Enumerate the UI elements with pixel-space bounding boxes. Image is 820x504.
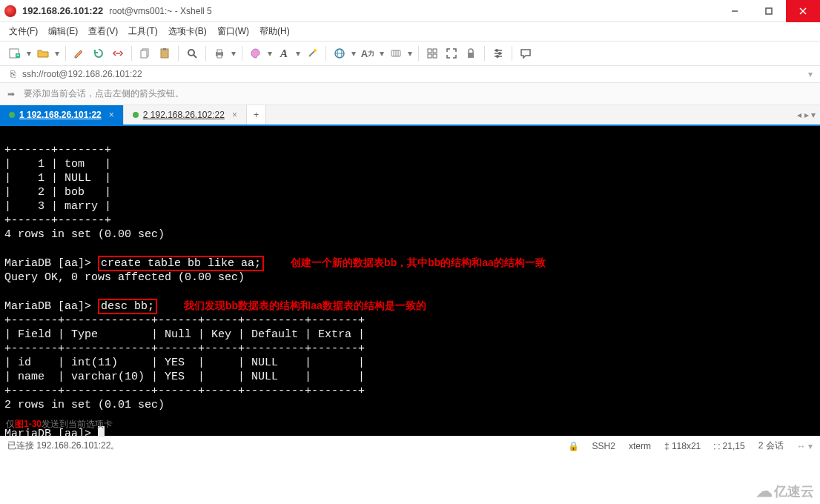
print-dropdown[interactable]: ▾	[230, 48, 237, 59]
address-dropdown[interactable]: ▾	[808, 69, 813, 79]
hint-text: 要添加当前会话，点击左侧的箭头按钮。	[24, 87, 184, 100]
status-cursor-pos: ⸬ 21,15	[714, 441, 744, 451]
svg-rect-8	[141, 50, 147, 58]
copy-icon[interactable]	[136, 44, 154, 62]
svg-point-11	[188, 50, 194, 56]
session-tab-1[interactable]: 1 192.168.26.101:22 ×	[0, 105, 124, 125]
svg-rect-14	[217, 50, 222, 53]
window-title-host: 192.168.26.101:22	[22, 5, 103, 16]
sliders-icon[interactable]	[489, 44, 507, 62]
status-sessions: 2 会话	[758, 440, 784, 452]
keymap-icon[interactable]: A力	[359, 44, 377, 62]
annotation-2: 我们发现bb数据表的结构和aa数据表的结构是一致的	[184, 299, 426, 311]
minimize-button[interactable]	[718, 0, 752, 22]
add-session-arrow-icon[interactable]: ➡	[7, 89, 18, 99]
term-line: +-------+-------------+------+-----+----…	[4, 314, 365, 327]
tab-1-close-icon[interactable]: ×	[109, 110, 114, 120]
help-bubble-icon[interactable]	[517, 44, 535, 62]
svg-rect-27	[428, 54, 432, 58]
search-icon[interactable]	[183, 44, 201, 62]
menu-help[interactable]: 帮助(H)	[259, 25, 290, 38]
menu-edit[interactable]: 编辑(E)	[48, 25, 78, 38]
annotation-1: 创建一个新的数据表bb，其中bb的结构和aa的结构一致	[291, 256, 546, 268]
close-button[interactable]	[786, 0, 820, 22]
status-termtype: xterm	[629, 441, 651, 451]
terminal[interactable]: +------+-------+ | 1 | tom | | 1 | NULL …	[0, 126, 820, 436]
edit-icon[interactable]	[70, 44, 88, 62]
font-dropdown[interactable]: ▾	[294, 48, 302, 59]
wand-icon[interactable]	[303, 44, 321, 62]
link-icon[interactable]: ⎘	[7, 69, 18, 79]
titlebar: 192.168.26.101:22 root@vms001:~ - Xshell…	[0, 0, 820, 22]
cloud-icon: ☁	[756, 482, 773, 501]
menubar: 文件(F) 编辑(E) 查看(V) 工具(T) 选项卡(B) 窗口(W) 帮助(…	[0, 22, 820, 42]
status-nav-right[interactable]: ↔ ▾	[797, 441, 813, 451]
watermark-text: 亿速云	[774, 483, 814, 500]
menu-window[interactable]: 窗口(W)	[217, 25, 249, 38]
menu-tabs[interactable]: 选项卡(B)	[168, 25, 207, 38]
hintbar: ➡ 要添加当前会话，点击左侧的箭头按钮。	[0, 83, 820, 105]
term-line: | 2 | bob |	[4, 186, 111, 199]
svg-point-17	[314, 49, 317, 52]
svg-rect-26	[433, 49, 437, 53]
maximize-button[interactable]	[752, 0, 786, 22]
term-line: | 1 | NULL |	[4, 172, 111, 185]
addressbar: ⎘ ssh://root@192.168.26.101:22 ▾	[0, 66, 820, 83]
palette-icon[interactable]	[247, 44, 265, 62]
status-dot-icon	[133, 112, 139, 118]
svg-rect-25	[428, 49, 432, 53]
palette-dropdown[interactable]: ▾	[266, 48, 274, 59]
globe-dropdown[interactable]: ▾	[350, 48, 357, 59]
svg-rect-1	[766, 8, 772, 14]
open-dropdown[interactable]: ▾	[53, 48, 61, 59]
tab-nav-arrows[interactable]: ◂ ▸ ▾	[797, 105, 816, 125]
window-title-sub: root@vms001:~ - Xshell 5	[109, 6, 212, 16]
menu-file[interactable]: 文件(F)	[9, 25, 38, 38]
svg-line-12	[194, 55, 196, 58]
new-tab-button[interactable]: +	[247, 105, 266, 125]
statusbar: 已连接 192.168.26.101:22。 🔒 SSH2 xterm ‡ 11…	[0, 436, 820, 455]
term-prompt: MariaDB [aa]>	[4, 257, 98, 270]
menu-view[interactable]: 查看(V)	[88, 25, 118, 38]
print-icon[interactable]	[211, 44, 228, 62]
address-url[interactable]: ssh://root@192.168.26.101:22	[22, 69, 804, 79]
status-lock-icon: 🔒	[568, 441, 579, 451]
font-icon[interactable]: A	[275, 44, 293, 62]
paste-icon[interactable]	[156, 44, 173, 62]
tabbar: 1 192.168.26.101:22 × 2 192.168.26.102:2…	[0, 105, 820, 126]
session-tab-2[interactable]: 2 192.168.26.102:22 ×	[124, 105, 247, 125]
svg-point-33	[498, 52, 501, 55]
term-line: +------+-------+	[4, 214, 111, 227]
svg-rect-28	[433, 54, 437, 58]
grid-icon[interactable]	[423, 44, 441, 62]
term-cmd-highlight: desc bb;	[98, 299, 157, 314]
term-line: | 1 | tom |	[4, 158, 111, 170]
watermark: ☁ 亿速云	[756, 482, 814, 501]
svg-rect-10	[163, 48, 166, 50]
menu-tools[interactable]: 工具(T)	[128, 25, 157, 38]
disconnect-icon[interactable]	[109, 44, 127, 62]
tab-2-label: 2 192.168.26.102:22	[143, 110, 225, 120]
term-cmd-highlight: create table bb like aa;	[98, 256, 264, 271]
svg-point-31	[495, 49, 498, 52]
new-session-icon[interactable]: +	[6, 44, 24, 62]
globe-icon[interactable]	[331, 44, 348, 62]
term-line: | Field | Type | Null | Key | Default | …	[4, 328, 365, 341]
open-icon[interactable]	[34, 44, 52, 62]
svg-rect-15	[217, 55, 222, 58]
figure-label: 图1-30	[15, 419, 42, 429]
term-line: +-------+-------------+------+-----+----…	[4, 342, 365, 355]
status-dot-icon	[9, 112, 15, 118]
reconnect-icon[interactable]	[90, 44, 108, 62]
toolbar: + ▾ ▾ ▾ ▾ A ▾ ▾ A力 ▾ ▾	[0, 42, 820, 66]
keymap-dropdown[interactable]: ▾	[378, 48, 386, 59]
new-session-dropdown[interactable]: ▾	[25, 48, 33, 59]
lang-icon[interactable]	[387, 44, 405, 62]
status-protocol: SSH2	[592, 441, 615, 451]
fullscreen-icon[interactable]	[443, 44, 460, 62]
lang-dropdown[interactable]: ▾	[406, 48, 414, 59]
lock-icon[interactable]	[462, 44, 480, 62]
term-line: | id | int(11) | YES | | NULL | |	[4, 357, 365, 369]
tab-2-close-icon[interactable]: ×	[232, 110, 237, 120]
term-line: 4 rows in set (0.00 sec)	[4, 228, 165, 241]
